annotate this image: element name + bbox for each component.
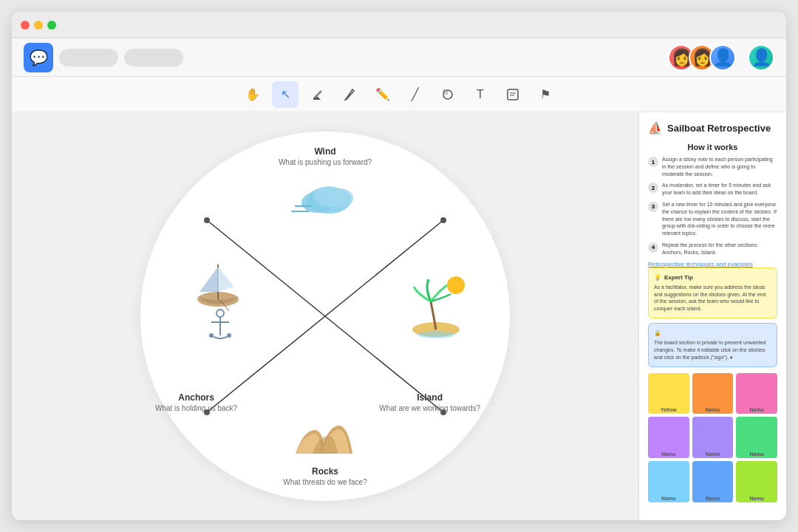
wind-label: Wind What is pushing us forward?	[279, 146, 372, 166]
step-2: 2 As moderator, set a timer for 5 minute…	[648, 182, 777, 197]
svg-point-0	[443, 90, 452, 99]
step-3-text: Set a new timer for 10 minutes and give …	[662, 201, 777, 237]
marker-tool[interactable]: ✏️	[369, 81, 396, 108]
svg-point-8	[440, 217, 446, 223]
traffic-lights	[21, 21, 56, 30]
sticky-tool[interactable]	[499, 81, 526, 108]
lock-icon: 🔒	[654, 329, 661, 337]
main-toolbar: 💬 👩 👩 👤 👤	[12, 38, 786, 77]
step-2-num: 2	[648, 183, 658, 193]
step-3: 3 Set a new timer for 10 minutes and giv…	[648, 201, 777, 237]
toolbar-left: 💬	[24, 43, 183, 72]
step-1-num: 1	[648, 157, 658, 167]
circle-board: Wind What is pushing us forward?	[140, 132, 510, 501]
sticky-lime[interactable]: Namu	[736, 461, 777, 502]
flag-tool[interactable]: ⚑	[532, 81, 559, 108]
lightbulb-icon: 💡	[654, 273, 661, 282]
sailboat-illustration	[188, 246, 248, 316]
rocks-label: Rocks What threats do we face?	[283, 466, 366, 486]
sticky-blue[interactable]: Namu	[692, 461, 734, 502]
panel-title: Sailboat Retrospective	[667, 123, 771, 134]
step-2-text: As moderator, set a timer for 5 minutes …	[662, 182, 777, 197]
maximize-button[interactable]	[47, 21, 56, 30]
steps-list: 1 Assign a sticky note to each person pa…	[648, 156, 777, 256]
board-section-text: The board section is private to prevent …	[654, 339, 771, 361]
minimize-button[interactable]	[34, 21, 43, 30]
learn-more-link[interactable]: Retrospective techniques and examples	[648, 261, 777, 267]
nav-pill-2[interactable]	[124, 49, 183, 66]
svg-point-24	[447, 276, 465, 294]
avatar-3: 👤	[709, 44, 736, 71]
step-3-num: 3	[648, 202, 658, 212]
sticky-purple[interactable]: Namu	[648, 417, 689, 458]
sticky-lavender[interactable]: Namu	[692, 417, 734, 458]
expert-tip-card: 💡 Expert Tip As a facilitator, make sure…	[648, 267, 777, 318]
svg-point-14	[314, 186, 344, 207]
step-4-num: 4	[648, 242, 658, 253]
text-tool[interactable]: T	[467, 81, 494, 108]
tool-strip: ✋ ↖ ✏️ ╱ T ⚑	[12, 77, 786, 112]
sticky-grid: Yellow Namu Namu Namu Namu Namu Namu Nam…	[648, 373, 777, 502]
line-tool[interactable]: ╱	[402, 81, 429, 108]
avatar-4: 👤	[748, 44, 774, 71]
step-4: 4 Repeat the process for the other secti…	[648, 242, 777, 256]
step-1: 1 Assign a sticky note to each person pa…	[648, 156, 777, 177]
cloud-illustration	[288, 174, 362, 218]
step-4-text: Repeat the process for the other section…	[662, 242, 777, 256]
toolbar-right: 👩 👩 👤 👤	[668, 44, 774, 71]
canvas-area[interactable]: Wind What is pushing us forward?	[12, 112, 638, 520]
expert-tip-text: As a facilitator, make sure you address …	[654, 284, 771, 313]
how-it-works-heading: How it works	[648, 143, 777, 151]
panel-sailboat-icon: ⛵	[648, 121, 663, 135]
svg-rect-2	[508, 89, 518, 100]
eraser-tool[interactable]	[304, 81, 331, 108]
sidebar-panel: ⛵ Sailboat Retrospective How it works 1 …	[638, 112, 786, 520]
avatar-group: 👩 👩 👤	[668, 44, 736, 71]
island-illustration	[403, 272, 469, 345]
hand-tool[interactable]: ✋	[239, 81, 266, 108]
svg-point-19	[216, 310, 224, 317]
sticky-green[interactable]: Namu	[736, 417, 777, 458]
app-window: 💬 👩 👩 👤 👤 ✋ ↖ ✏️	[12, 12, 786, 520]
anchors-label: Anchors What is holding us back?	[155, 392, 237, 412]
sticky-orange[interactable]: Namu	[692, 373, 734, 415]
title-bar	[12, 12, 786, 38]
sticky-sky[interactable]: Namu	[648, 461, 689, 502]
board-section-header: 🔒	[654, 329, 771, 337]
svg-point-22	[209, 333, 214, 338]
shape-tool[interactable]	[434, 81, 461, 108]
nav-pill-1[interactable]	[59, 49, 118, 66]
select-tool[interactable]: ↖	[272, 81, 299, 108]
step-1-text: Assign a sticky note to each person part…	[662, 156, 777, 177]
rocks-illustration	[292, 409, 358, 460]
svg-point-26	[417, 331, 454, 338]
sticky-yellow[interactable]: Yellow	[648, 373, 689, 415]
main-content: Wind What is pushing us forward?	[12, 112, 786, 520]
svg-point-23	[227, 333, 231, 338]
logo-icon: 💬	[30, 49, 48, 66]
panel-header: ⛵ Sailboat Retrospective	[648, 121, 777, 135]
pen-tool[interactable]	[337, 81, 364, 108]
board-section-card: 🔒 The board section is private to preven…	[648, 323, 777, 367]
expert-tip-header: 💡 Expert Tip	[654, 273, 771, 282]
logo-button[interactable]: 💬	[24, 43, 53, 72]
close-button[interactable]	[21, 21, 30, 30]
anchor-illustration	[205, 307, 235, 347]
svg-point-7	[204, 217, 210, 223]
sticky-pink[interactable]: Namu	[736, 373, 777, 415]
island-label: Island What are we working towards?	[379, 392, 480, 412]
